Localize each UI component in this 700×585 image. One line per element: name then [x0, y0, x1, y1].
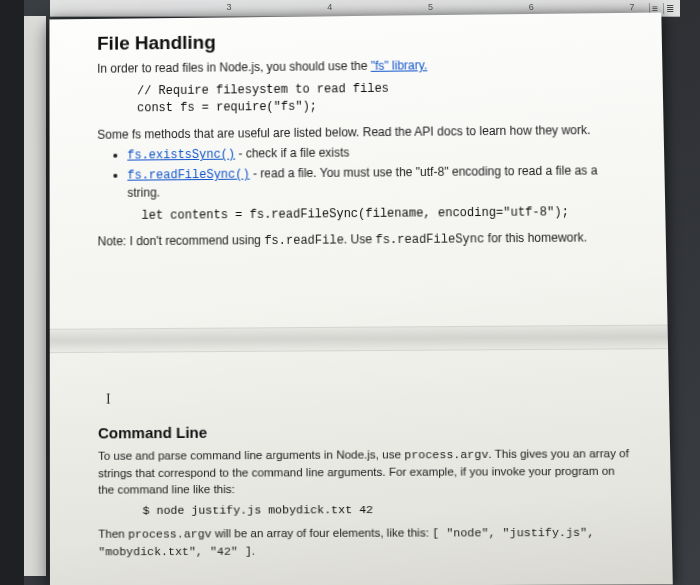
code-require-fs: // Require filesystem to read files cons… [137, 78, 623, 118]
cmd-paragraph-2: Then process.argv will be an array of fo… [98, 524, 631, 561]
text: To use and parse command line arguments … [98, 448, 404, 462]
code-node-invoke: $ node justify.js mobydick.txt 42 [143, 502, 631, 517]
heading-file-handling: File Handling [97, 27, 622, 55]
text: - check if a file exists [235, 146, 349, 161]
cmd-paragraph-1: To use and parse command line arguments … [98, 445, 630, 498]
code-inline: fs.readFileSync [375, 232, 484, 247]
text: . [252, 545, 255, 557]
text: In order to read files in Node.js, you s… [97, 59, 371, 76]
text: . Use [344, 232, 376, 246]
ruler-mark: 5 [428, 2, 433, 12]
intro-paragraph: In order to read files in Node.js, you s… [97, 55, 622, 77]
ruler-mark: 6 [529, 2, 534, 12]
text: will be an array of four elements, like … [212, 527, 433, 540]
list-item: fs.readFileSync() - read a file. You mus… [127, 162, 625, 225]
readfile-sync-link[interactable]: fs.readFileSync() [127, 168, 249, 183]
ruler-mark: 4 [327, 2, 332, 12]
list-icon[interactable]: ≣ [663, 3, 676, 14]
text: for this homework. [484, 231, 587, 246]
page-gutter [24, 16, 46, 576]
list-item: fs.existsSync() - check if a file exists [127, 142, 623, 165]
ruler-mark: 7 [629, 2, 634, 12]
fs-library-link[interactable]: "fs" library. [371, 58, 428, 73]
ruler-mark: 3 [226, 2, 231, 12]
code-inline: process.argv [128, 527, 212, 541]
text-cursor: I [106, 388, 628, 407]
text: Then [98, 528, 128, 540]
document-page[interactable]: File Handling In order to read files in … [49, 13, 672, 585]
exists-sync-link[interactable]: fs.existsSync() [127, 148, 235, 163]
section-command-line: I Command Line To use and parse command … [98, 388, 631, 565]
text: Note: I don't recommend using [98, 233, 265, 248]
code-inline: fs.readFile [264, 234, 344, 249]
methods-list: fs.existsSync() - check if a file exists… [127, 142, 625, 225]
code-readfile: let contents = fs.readFileSync(filename,… [141, 203, 624, 225]
methods-intro: Some fs methods that are useful are list… [97, 121, 623, 143]
page-break-shadow [50, 325, 668, 354]
note-paragraph: Note: I don't recommend using fs.readFil… [98, 229, 626, 251]
app-dead-strip [0, 0, 24, 585]
code-inline: process.argv [404, 448, 488, 462]
heading-command-line: Command Line [98, 421, 629, 441]
